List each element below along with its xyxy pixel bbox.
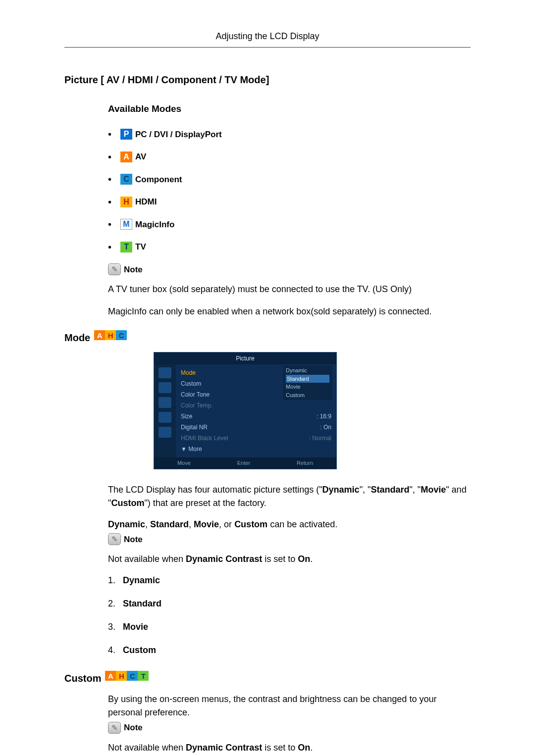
custom-note-body: Not available when Dynamic Contrast is s… [108, 741, 471, 755]
a-icon: A [94, 330, 105, 340]
a-icon: A [120, 151, 132, 162]
note-body-2: MagicInfo can only be enabled when a net… [108, 305, 471, 318]
custom-body: By using the on-screen menus, the contra… [108, 693, 471, 719]
osd-dropdown: Dynamic Standard Movie Custom [283, 365, 332, 400]
bullet-icon: • [108, 152, 111, 162]
osd-title: Picture [154, 353, 336, 364]
mode-item-component: • C Component [108, 173, 471, 186]
mode-badge-group: A H C [94, 330, 127, 340]
custom-badge-group: A H C T [105, 671, 149, 681]
osd-main: Dynamic Standard Movie Custom Mode Custo… [176, 364, 336, 457]
note-label: Note [124, 533, 143, 546]
h-icon: H [116, 671, 127, 681]
mode-item-tv: • T TV [108, 241, 471, 253]
c-icon: C [116, 330, 127, 340]
osd-row-value: : 16:9 [317, 412, 331, 421]
mode-options-list: 1.Dynamic 2.Standard 3.Movie 4.Custom [108, 574, 471, 657]
osd-dropdown-item: Dynamic [286, 366, 329, 375]
list-item: 1.Dynamic [108, 574, 471, 587]
osd-row-value: : On [320, 423, 331, 432]
osd-row-label: HDMI Black Level [181, 434, 228, 443]
note-label: Note [124, 721, 143, 734]
m-icon: M [120, 219, 132, 230]
mode-label: HDMI [135, 196, 157, 208]
page-header-title: Adjusting the LCD Display [64, 30, 471, 48]
osd-screenshot: Picture Dynamic Standard Movie Custom [154, 352, 471, 469]
mode-item-av: • A AV [108, 151, 471, 163]
osd-row-label: Mode [181, 368, 196, 377]
osd-side-icon [159, 367, 171, 378]
p-icon: P [120, 129, 132, 140]
osd-side-icon [159, 397, 171, 408]
note-row: ✎ Note [108, 721, 471, 734]
available-modes-list: • P PC / DVI / DisplayPort • A AV • C Co… [108, 128, 471, 253]
list-item: 3.Movie [108, 620, 471, 634]
osd-row-label: Color Tone [181, 390, 210, 399]
a-icon: A [105, 671, 116, 681]
h-icon: H [105, 330, 116, 340]
bullet-icon: • [108, 129, 111, 139]
osd-dropdown-item: Movie [286, 383, 329, 391]
note-icon: ✎ [108, 263, 121, 275]
mode-para-2: Dynamic, Standard, Movie, or Custom can … [108, 518, 471, 531]
mode-label: MagicInfo [135, 218, 174, 231]
bullet-icon: • [108, 174, 111, 184]
osd-footer: Move Enter Return [154, 457, 336, 469]
note-icon: ✎ [108, 722, 121, 734]
mode-item-magicinfo: • M MagicInfo [108, 218, 471, 231]
t-icon: T [138, 671, 149, 681]
osd-side-icon [159, 412, 171, 423]
mode-para-1: The LCD Display has four automatic pictu… [108, 483, 471, 510]
custom-section-heading-row: Custom A H C T [64, 671, 471, 686]
mode-heading: Mode [64, 330, 90, 345]
osd-side-icon [159, 382, 171, 393]
note-row: ✎ Note [108, 263, 471, 276]
osd-footer-move: Move [177, 459, 191, 467]
mode-item-pc: • P PC / DVI / DisplayPort [108, 128, 471, 141]
note-body-1: A TV tuner box (sold separately) must be… [108, 283, 471, 296]
note-label: Note [124, 263, 143, 276]
c-icon: C [127, 671, 138, 681]
osd-dropdown-item-selected: Standard [286, 375, 329, 383]
available-modes-heading: Available Modes [108, 102, 471, 116]
custom-heading: Custom [64, 671, 101, 686]
mode-note-body: Not available when Dynamic Contrast is s… [108, 553, 471, 566]
c-icon: C [120, 174, 132, 185]
h-icon: H [120, 197, 132, 207]
osd-footer-return: Return [297, 459, 313, 467]
note-icon: ✎ [108, 533, 121, 545]
mode-label: AV [135, 151, 146, 163]
picture-section-heading: Picture [ AV / HDMI / Component / TV Mod… [64, 72, 471, 87]
osd-row-value: : Normal [309, 434, 331, 443]
note-row: ✎ Note [108, 533, 471, 546]
mode-section-heading-row: Mode A H C [64, 330, 471, 345]
osd-row-label: Size [181, 412, 192, 421]
bullet-icon: • [108, 242, 111, 252]
osd-side-icon [159, 427, 171, 438]
osd-dropdown-item: Custom [286, 391, 329, 400]
osd-footer-enter: Enter [237, 459, 250, 467]
list-item: 2.Standard [108, 597, 471, 610]
mode-label: PC / DVI / DisplayPort [135, 128, 222, 141]
mode-label: TV [135, 241, 146, 253]
mode-item-hdmi: • H HDMI [108, 196, 471, 208]
list-item: 4.Custom [108, 644, 471, 657]
osd-row-label: Digital NR [181, 423, 208, 432]
osd-row-label: Custom [181, 379, 201, 388]
bullet-icon: • [108, 197, 111, 207]
osd-row-label: ▼ More [181, 445, 202, 454]
t-icon: T [120, 242, 132, 252]
osd-row-label: Color Temp. [181, 401, 213, 410]
bullet-icon: • [108, 219, 111, 229]
mode-label: Component [135, 173, 182, 186]
osd-sidebar [154, 364, 176, 457]
